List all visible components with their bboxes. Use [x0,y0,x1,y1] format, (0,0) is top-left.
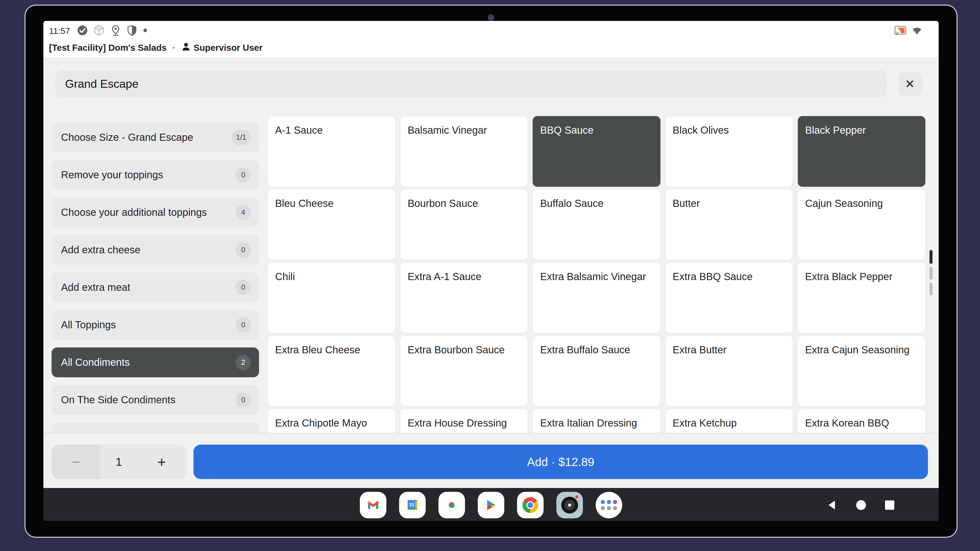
condiment-tile-bourbon-sauce[interactable]: Bourbon Sauce [400,189,528,260]
condiment-tile-label: Black Olives [673,124,729,136]
order-footer: − 1 + Add · $12.89 [43,433,939,488]
sidebar-item-label: All Condiments [61,357,235,368]
condiment-tile-label: Extra House Dressing [407,417,507,429]
sidebar-item-all-condiments[interactable]: All Condiments 2 [52,348,259,377]
clock: 11:57 [49,26,70,36]
condiment-tile-extra-buffalo-sauce[interactable]: Extra Buffalo Sauce [533,336,660,407]
condiment-tile-extra-cajun-seasoning[interactable]: Extra Cajun Seasoning [798,336,925,407]
condiment-tile-extra-butter[interactable]: Extra Butter [665,336,793,407]
recents-icon [884,499,896,511]
condiment-tile-label: Extra BBQ Sauce [673,271,752,282]
scrollbar-thumb[interactable] [929,250,932,264]
current-user[interactable]: Supervisor User [181,41,262,54]
condiment-tile-extra-bourbon-sauce[interactable]: Extra Bourbon Sauce [400,336,528,407]
sidebar-item-choose-size-grand-escape[interactable]: Choose Size - Grand Escape 1/1 [52,122,259,152]
status-bar-right [894,24,923,38]
condiment-tile-chili[interactable]: Chili [268,262,395,333]
camera-icon[interactable] [556,492,583,518]
recents-button[interactable] [883,499,896,511]
condiment-tile-black-pepper[interactable]: Black Pepper [798,116,925,187]
notification-dot-icon [143,28,148,34]
person-icon [181,41,191,54]
chrome-icon[interactable] [517,492,544,518]
condiment-tile-label: Extra Bourbon Sauce [407,344,504,355]
condiment-tile-extra-bbq-sauce[interactable]: Extra BBQ Sauce [665,262,793,333]
sidebar-item-count-badge: 2 [235,355,251,370]
back-icon [827,499,838,511]
scrollbar-track-segment [929,283,932,295]
condiment-tile-cajun-seasoning[interactable]: Cajun Seasoning [798,189,925,260]
shield-half-icon [126,25,138,37]
add-to-order-button[interactable]: Add · $12.89 [193,445,928,479]
condiment-tile-bbq-sauce[interactable]: BBQ Sauce [533,116,660,187]
condiment-tile-label: A-1 Sauce [275,124,323,136]
back-button[interactable] [826,499,838,511]
condiment-tile-label: Bleu Cheese [275,198,334,209]
sidebar-item-add-extra-cheese[interactable]: Add extra cheese 0 [52,235,259,265]
modifier-content: Grand Escape ✕ Choose Size - Grand Escap… [43,58,939,433]
condiment-tile-extra-black-pepper[interactable]: Extra Black Pepper [798,262,925,333]
condiment-tile-extra-italian-dressing[interactable]: Extra Italian Dressing [533,409,660,433]
app-dock: 31 [43,492,939,518]
sidebar-item-label: On The Side Condiments [61,394,235,406]
condiment-tile-a-1-sauce[interactable]: A-1 Sauce [268,116,395,187]
home-icon [855,499,867,511]
condiment-tile-label: Black Pepper [805,124,866,136]
condiment-tile-black-olives[interactable]: Black Olives [665,116,793,187]
condiment-tile-extra-chipotle-mayo[interactable]: Extra Chipotle Mayo [268,409,395,433]
condiment-tile-label: Extra Ketchup [673,417,737,429]
sidebar-item-remove-your-toppings[interactable]: Remove your toppings 0 [52,160,259,190]
header-separator: · [172,43,175,53]
sidebar-item-choose-your-additional-toppings[interactable]: Choose your additional toppings 4 [52,197,259,227]
item-search-input[interactable]: Grand Escape [56,70,887,97]
scrollbar[interactable] [929,250,932,295]
condiment-tile-buffalo-sauce[interactable]: Buffalo Sauce [533,189,660,260]
condiment-tile-extra-korean-bbq[interactable]: Extra Korean BBQ [798,409,925,433]
wifi-icon [911,24,923,37]
condiment-tile-extra-house-dressing[interactable]: Extra House Dressing [400,409,528,433]
sidebar-item-all-toppings[interactable]: All Toppings 0 [52,310,259,340]
condiment-tile-bleu-cheese[interactable]: Bleu Cheese [268,189,395,260]
condiment-tile-extra-bleu-cheese[interactable]: Extra Bleu Cheese [268,336,395,407]
close-icon: ✕ [905,77,915,91]
sidebar-item-count-badge: 1/1 [231,130,251,145]
play-store-icon[interactable] [478,492,504,518]
android-nav-buttons [826,492,896,518]
calendar-day: 31 [409,502,414,507]
sidebar-item-add-extra-meat[interactable]: Add extra meat 0 [52,272,259,302]
app-header: [Test Facility] Dom's Salads · Superviso… [49,40,262,56]
camera-lens [561,497,578,513]
desktop-background: 11:57 [0,0,980,551]
facility-name: [Test Facility] Dom's Salads [49,43,167,53]
cast-icon [894,25,907,37]
condiment-tile-label: Buffalo Sauce [540,198,603,209]
photos-icon[interactable] [438,492,465,518]
condiment-tile-label: Extra Black Pepper [805,271,892,282]
calendar-icon[interactable]: 31 [399,492,426,518]
plus-icon: + [158,453,166,470]
sidebar-item-count-badge: 4 [235,205,251,220]
condiment-tile-extra-balsamic-vinegar[interactable]: Extra Balsamic Vinegar [533,262,660,333]
sidebar-item-partial[interactable] [52,422,259,433]
sidebar-item-label: Remove your toppings [61,169,235,181]
top-bar: 11:57 [43,21,939,58]
sidebar-item-on-the-side-condiments[interactable]: On The Side Condiments 0 [52,385,259,415]
condiment-tile-label: Extra Butter [673,344,727,355]
tablet-device-frame: 11:57 [24,5,958,538]
app-drawer-icon[interactable] [596,492,622,518]
gmail-icon[interactable] [360,492,387,518]
quantity-increase-button[interactable]: + [137,445,186,479]
condiment-tile-balsamic-vinegar[interactable]: Balsamic Vinegar [400,116,528,187]
condiment-tile-label: BBQ Sauce [540,124,593,136]
condiment-tile-label: Extra Cajun Seasoning [805,344,910,355]
quantity-stepper: − 1 + [52,445,186,479]
condiment-tile-extra-ketchup[interactable]: Extra Ketchup [665,409,793,433]
condiment-tile-butter[interactable]: Butter [665,189,793,260]
home-button[interactable] [855,499,867,511]
condiment-tile-label: Extra Balsamic Vinegar [540,271,646,282]
condiment-tile-extra-a-1-sauce[interactable]: Extra A-1 Sauce [400,262,528,333]
android-taskbar: 31 [43,488,939,521]
sidebar-item-count-badge: 0 [235,167,251,183]
close-button[interactable]: ✕ [898,72,922,96]
modifier-group-list: Choose Size - Grand Escape 1/1 Remove yo… [52,122,259,433]
